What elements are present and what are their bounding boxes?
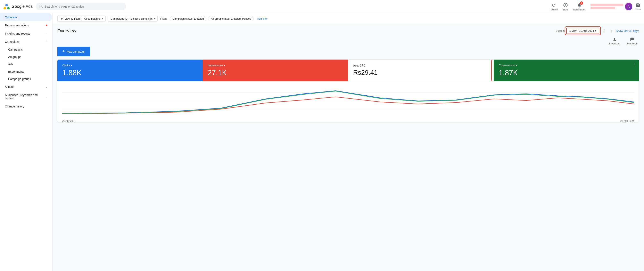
- sidebar-item-ads[interactable]: Ads: [0, 61, 52, 68]
- avatar[interactable]: A: [625, 3, 632, 10]
- sidebar-ads-label: Ads: [8, 63, 13, 66]
- view-filter-chevron-down-icon: ▾: [102, 17, 103, 20]
- show-last-30-button[interactable]: Show last 30 days: [616, 29, 639, 32]
- account-email-redacted: [590, 7, 615, 9]
- filter-chip-1-label: Campaign status: Enabled: [172, 17, 204, 20]
- sidebar-campaigns-label: Campaigns: [8, 48, 23, 51]
- sidebar-item-campaigns[interactable]: Campaigns: [0, 46, 52, 53]
- date-navigation: Custom 1 May - 31 Aug 2024 ▾ ‹ › Show la…: [556, 28, 639, 34]
- sidebar-campaign-groups-label: Campaign groups: [8, 77, 31, 81]
- add-filter-button[interactable]: Add filter: [256, 16, 269, 21]
- sidebar-item-campaign-groups[interactable]: Campaign groups: [0, 75, 52, 83]
- sidebar-item-audiences[interactable]: Audiences, keywords and content ⌄: [0, 91, 52, 102]
- sidebar-item-campaigns-section[interactable]: Campaigns ⌃: [0, 38, 52, 46]
- avg-cpc-card: Avg. CPC Rs29.41: [348, 59, 494, 81]
- sidebar-campaigns-section-label: Campaigns: [5, 40, 44, 43]
- header: Google Ads Refresh ? Help 1 Notification…: [0, 0, 644, 13]
- refresh-label: Refresh: [550, 8, 558, 11]
- campaigns-dropdown[interactable]: Campaigns (2) Select a campaign ▾: [108, 16, 158, 22]
- date-picker[interactable]: 1 May - 31 Aug 2024 ▾: [566, 28, 599, 34]
- chart-start-date: 29 Apr 2024: [62, 120, 76, 122]
- overview-header: Overview Custom 1 May - 31 Aug 2024 ▾ ‹ …: [52, 24, 644, 36]
- campaigns-count-label: Campaigns (2): [111, 17, 128, 20]
- filter-chip-ad-group-status[interactable]: Ad group status: Enabled, Paused: [208, 16, 254, 21]
- view-filter-dropdown[interactable]: View (2 filters) All campaigns ▾: [58, 15, 106, 22]
- sidebar-item-assets[interactable]: Assets ⌄: [0, 83, 52, 91]
- clicks-label: Clicks ▾: [62, 64, 198, 67]
- prev-date-button[interactable]: ‹: [601, 28, 607, 34]
- svg-point-2: [5, 4, 8, 6]
- performance-chart: [62, 84, 634, 117]
- help-button[interactable]: ? Help: [563, 2, 568, 11]
- clicks-card: Clicks ▾ 1.88K: [58, 59, 203, 81]
- logo-area: Google Ads: [3, 3, 32, 10]
- clicks-dropdown-icon[interactable]: ▾: [71, 64, 72, 67]
- help-icon: ?: [563, 2, 568, 8]
- conversions-value: 1.87K: [499, 69, 634, 77]
- date-picker-chevron-down-icon: ▾: [595, 29, 596, 32]
- sidebar-item-insights[interactable]: Insights and reports ⌄: [0, 29, 52, 38]
- search-input[interactable]: [44, 5, 123, 8]
- search-bar[interactable]: [36, 3, 126, 10]
- svg-line-6: [42, 7, 42, 7]
- campaigns-chevron-up-icon: ⌃: [45, 40, 47, 43]
- notifications-label: Notifications: [573, 8, 586, 11]
- notification-badge: 1: [580, 1, 583, 5]
- view-filter-label: View (2 filters): [64, 17, 81, 20]
- conversions-card: Conversions ▾ 1.87K ⋮: [494, 59, 639, 81]
- main-content: View (2 filters) All campaigns ▾ Campaig…: [52, 13, 644, 271]
- feedback-button[interactable]: Feedback: [626, 37, 638, 45]
- sidebar-item-overview[interactable]: Overview: [0, 13, 52, 21]
- metric-cards: Clicks ▾ 1.88K Impressions ▾ 27.1K Avg. …: [58, 59, 639, 81]
- new-campaign-button[interactable]: + New campaign: [58, 47, 90, 56]
- filter-chip-2-label: Ad group status: Enabled, Paused: [211, 17, 251, 20]
- sidebar-recommendations-label: Recommendations: [5, 24, 44, 27]
- action-row: Download Feedback: [58, 37, 639, 45]
- impressions-label: Impressions ▾: [208, 64, 343, 67]
- insights-chevron-down-icon: ⌄: [45, 32, 47, 35]
- sidebar-change-history-label: Change history: [5, 105, 47, 108]
- assets-chevron-down-icon: ⌄: [45, 85, 47, 88]
- help-label: Help: [563, 8, 568, 11]
- sidebar-item-change-history[interactable]: Change history: [0, 102, 52, 111]
- notifications-button[interactable]: 1 Notifications: [573, 2, 586, 11]
- sidebar-item-ad-groups[interactable]: Ad groups: [0, 53, 52, 61]
- cards-section: Download Feedback + New campaign Clicks …: [52, 36, 644, 124]
- chart-end-date: 26 Aug 2024: [620, 120, 634, 122]
- svg-text:?: ?: [565, 4, 566, 6]
- sidebar-assets-label: Assets: [5, 85, 44, 88]
- avg-cpc-value: Rs29.41: [353, 69, 489, 76]
- account-id-redacted: [590, 4, 623, 6]
- more-options-button[interactable]: ⋮: [632, 62, 636, 67]
- sidebar: Overview Recommendations Insights and re…: [0, 13, 52, 271]
- all-campaigns-label: All campaigns: [84, 17, 100, 20]
- google-ads-logo: [3, 3, 10, 10]
- save-label: Save: [636, 8, 641, 10]
- chart-container: 29 Apr 2024 26 Aug 2024: [58, 81, 639, 122]
- campaigns-chevron-down-icon: ▾: [154, 17, 155, 20]
- avg-cpc-label: Avg. CPC: [353, 64, 489, 67]
- feedback-label: Feedback: [626, 42, 638, 45]
- save-button-top[interactable]: Save: [636, 3, 641, 10]
- impressions-card: Impressions ▾ 27.1K: [203, 59, 348, 81]
- conversions-label: Conversions ▾: [499, 64, 634, 67]
- filter-chip-campaign-status[interactable]: Campaign status: Enabled: [170, 16, 206, 21]
- page-title: Overview: [58, 28, 552, 33]
- audiences-chevron-down-icon: ⌄: [45, 95, 47, 98]
- sidebar-insights-label: Insights and reports: [5, 32, 44, 35]
- sidebar-experiments-label: Experiments: [8, 70, 24, 73]
- next-date-button[interactable]: ›: [608, 28, 614, 34]
- refresh-icon: [551, 2, 557, 8]
- refresh-button[interactable]: Refresh: [550, 2, 558, 11]
- header-actions: Refresh ? Help 1 Notifications A: [550, 2, 632, 11]
- filters-label: Filters: [160, 17, 167, 20]
- sidebar-item-experiments[interactable]: Experiments: [0, 68, 52, 75]
- download-button[interactable]: Download: [609, 37, 620, 45]
- sidebar-item-recommendations[interactable]: Recommendations: [0, 21, 52, 29]
- notifications-icon: 1: [576, 2, 582, 8]
- logo-text: Google Ads: [12, 4, 32, 9]
- app-body: Overview Recommendations Insights and re…: [0, 13, 644, 271]
- conversions-dropdown-icon[interactable]: ▾: [516, 64, 517, 67]
- chart-labels: 29 Apr 2024 26 Aug 2024: [62, 120, 634, 122]
- impressions-dropdown-icon[interactable]: ▾: [224, 64, 225, 67]
